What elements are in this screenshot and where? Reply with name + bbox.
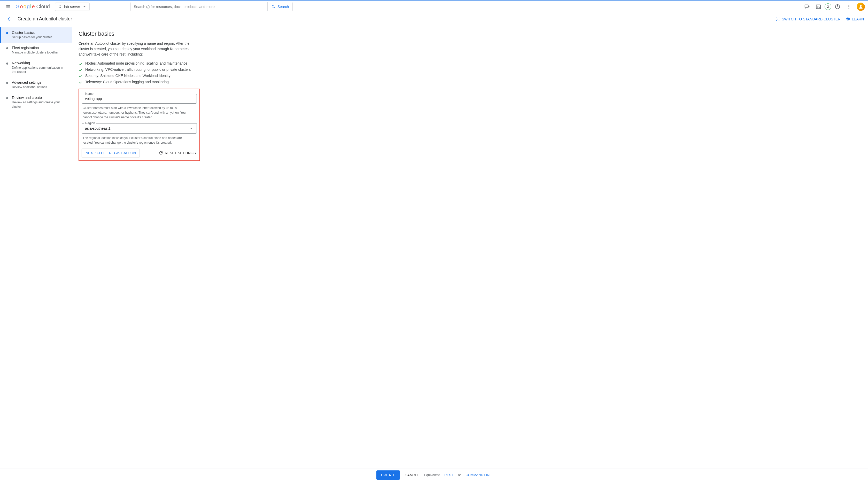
project-icon xyxy=(58,5,62,9)
step-bullet-icon xyxy=(6,97,8,99)
check-icon xyxy=(79,62,83,66)
step-title: Networking xyxy=(12,61,68,65)
search-input[interactable] xyxy=(130,2,268,11)
svg-point-7 xyxy=(848,5,849,5)
name-help: Cluster names must start with a lowercas… xyxy=(83,106,191,120)
header: GoogleCloud lab-server Search 2 xyxy=(0,1,868,13)
reset-button[interactable]: RESET SETTINGS xyxy=(159,151,196,155)
project-selector[interactable]: lab-server xyxy=(55,3,90,11)
step-title: Fleet registration xyxy=(12,46,58,50)
region-field-wrap: Region asia-southeast1 xyxy=(82,123,197,133)
switch-icon xyxy=(776,17,780,22)
content-heading: Cluster basics xyxy=(79,30,862,37)
sub-header: Create an Autopilot cluster SWITCH TO ST… xyxy=(0,13,868,25)
page-title: Create an Autopilot cluster xyxy=(18,16,72,22)
search-btn-label: Search xyxy=(277,5,289,9)
avatar[interactable] xyxy=(857,3,865,11)
svg-point-10 xyxy=(860,5,862,7)
step-advanced-settings[interactable]: Advanced settings Review additional opti… xyxy=(0,77,72,93)
name-field-wrap: Name xyxy=(82,94,197,104)
search-wrap: Search xyxy=(130,2,293,11)
main: Cluster basics Set up basics for your cl… xyxy=(0,25,868,469)
search-icon xyxy=(271,4,276,9)
svg-point-13 xyxy=(776,20,777,21)
svg-rect-4 xyxy=(805,5,808,7)
svg-point-11 xyxy=(776,18,777,18)
back-arrow-icon[interactable] xyxy=(4,14,14,24)
header-right: 2 xyxy=(802,2,865,12)
project-name: lab-server xyxy=(64,5,80,9)
region-label: Region xyxy=(84,121,96,125)
dropdown-icon xyxy=(189,126,193,131)
intro-text: Create an Autopilot cluster by specifyin… xyxy=(79,41,195,57)
step-desc: Define applications communication in the… xyxy=(12,66,68,74)
feature-item: Security: Shielded GKE Nodes and Workloa… xyxy=(79,74,862,78)
svg-point-1 xyxy=(60,5,61,6)
feature-list: Nodes: Automated node provisioning, scal… xyxy=(79,61,862,85)
region-help: The regional location in which your clus… xyxy=(83,136,191,145)
step-title: Advanced settings xyxy=(12,81,47,85)
step-networking[interactable]: Networking Define applications communica… xyxy=(0,58,72,77)
send-feedback-icon[interactable] xyxy=(802,2,812,12)
action-row: NEXT: FLEET REGISTRATION RESET SETTINGS xyxy=(82,149,196,157)
svg-point-0 xyxy=(59,5,59,6)
step-bullet-icon xyxy=(6,32,8,34)
cloud-shell-icon[interactable] xyxy=(813,2,824,12)
sidebar: Cluster basics Set up basics for your cl… xyxy=(0,25,72,469)
svg-point-14 xyxy=(779,20,779,21)
svg-point-8 xyxy=(848,6,849,7)
step-title: Cluster basics xyxy=(12,30,52,35)
next-button[interactable]: NEXT: FLEET REGISTRATION xyxy=(82,149,140,157)
check-icon xyxy=(79,68,83,72)
learn-icon xyxy=(845,17,850,22)
more-icon[interactable] xyxy=(844,2,854,12)
region-select[interactable]: asia-southeast1 xyxy=(82,123,197,133)
step-desc: Set up basics for your cluster xyxy=(12,35,52,39)
svg-point-9 xyxy=(848,8,849,8)
logo[interactable]: GoogleCloud xyxy=(16,4,50,9)
step-fleet-registration[interactable]: Fleet registration Manage multiple clust… xyxy=(0,43,72,58)
step-title: Review and create xyxy=(12,96,68,100)
svg-point-12 xyxy=(779,18,779,18)
hamburger-icon[interactable] xyxy=(3,2,13,12)
dropdown-icon xyxy=(82,4,87,9)
region-value: asia-southeast1 xyxy=(85,126,111,130)
help-icon[interactable] xyxy=(832,2,843,12)
trial-badge[interactable]: 2 xyxy=(825,3,831,10)
step-bullet-icon xyxy=(6,63,8,65)
content: Cluster basics Create an Autopilot clust… xyxy=(72,25,868,469)
step-bullet-icon xyxy=(6,82,8,84)
step-bullet-icon xyxy=(6,47,8,49)
step-desc: Review all settings and create your clus… xyxy=(12,100,68,109)
feature-item: Nodes: Automated node provisioning, scal… xyxy=(79,61,862,66)
svg-point-15 xyxy=(778,19,778,20)
svg-point-2 xyxy=(59,7,59,8)
feature-item: Networking: VPC-native traffic routing f… xyxy=(79,67,862,72)
svg-point-3 xyxy=(60,7,61,8)
feature-item: Telemetry: Cloud Operations logging and … xyxy=(79,80,862,85)
step-desc: Review additional options xyxy=(12,85,47,89)
switch-to-standard-button[interactable]: SWITCH TO STANDARD CLUSTER xyxy=(776,17,840,22)
name-input[interactable] xyxy=(82,94,197,104)
step-desc: Manage multiple clusters together xyxy=(12,51,58,55)
highlight-box: Name Cluster names must start with a low… xyxy=(79,89,200,161)
check-icon xyxy=(79,81,83,85)
step-cluster-basics[interactable]: Cluster basics Set up basics for your cl… xyxy=(0,27,72,43)
learn-button[interactable]: LEARN xyxy=(845,17,864,22)
step-review-create[interactable]: Review and create Review all settings an… xyxy=(0,93,72,112)
search-button[interactable]: Search xyxy=(268,2,293,11)
refresh-icon xyxy=(159,151,163,155)
name-label: Name xyxy=(84,92,95,96)
check-icon xyxy=(79,74,83,78)
